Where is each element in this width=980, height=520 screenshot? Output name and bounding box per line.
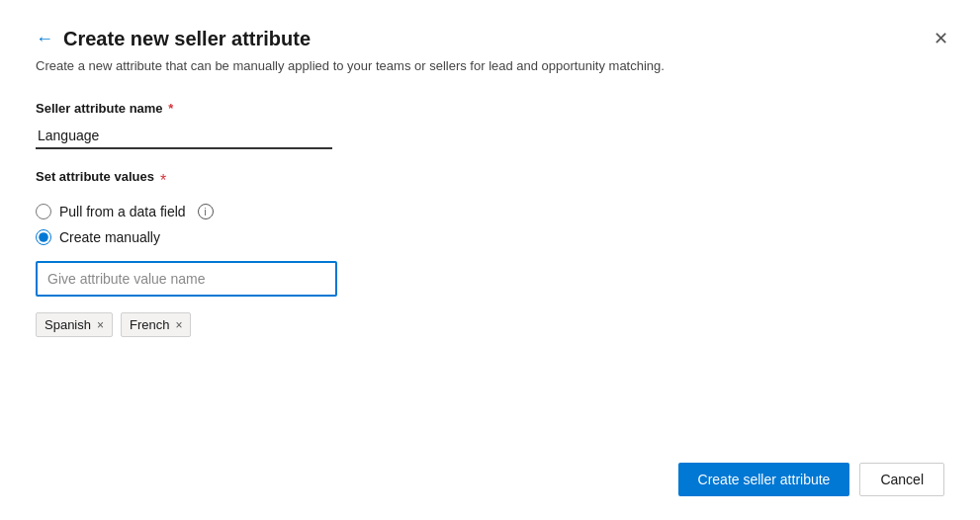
- attribute-value-input[interactable]: [36, 261, 337, 297]
- close-button[interactable]: ✕: [930, 24, 952, 53]
- tag-spanish-remove[interactable]: ×: [97, 319, 104, 331]
- set-attribute-values-label: Set attribute values: [36, 169, 154, 184]
- radio-create-manually[interactable]: [36, 229, 51, 245]
- tag-spanish-label: Spanish: [45, 317, 91, 332]
- info-icon[interactable]: i: [198, 204, 214, 219]
- seller-attribute-name-label: Seller attribute name *: [36, 101, 944, 116]
- back-button[interactable]: ←: [36, 29, 63, 49]
- radio-option-pull-from-data-field[interactable]: Pull from a data field i: [36, 204, 944, 219]
- create-seller-attribute-button[interactable]: Create seller attribute: [678, 463, 850, 496]
- tag-french-label: French: [130, 317, 169, 332]
- dialog-header: ← Create new seller attribute ✕: [36, 28, 944, 50]
- seller-attribute-name-section: Seller attribute name *: [36, 101, 944, 149]
- radio-pull-from-data-field[interactable]: [36, 204, 51, 219]
- set-attribute-values-label-row: Set attribute values *: [36, 169, 944, 192]
- required-indicator-2: *: [160, 172, 166, 190]
- create-seller-attribute-dialog: ← Create new seller attribute ✕ Create a…: [0, 0, 980, 520]
- radio-label-pull: Pull from a data field: [59, 204, 186, 219]
- radio-group: Pull from a data field i Create manually: [36, 204, 944, 245]
- tag-french-remove[interactable]: ×: [175, 319, 182, 331]
- radio-label-manually: Create manually: [59, 229, 160, 245]
- dialog-title: Create new seller attribute: [63, 28, 944, 50]
- tag-french: French ×: [121, 312, 191, 337]
- required-indicator: *: [165, 101, 174, 116]
- dialog-subtitle: Create a new attribute that can be manua…: [36, 58, 944, 73]
- dialog-footer: Create seller attribute Cancel: [36, 447, 944, 496]
- tag-spanish: Spanish ×: [36, 312, 113, 337]
- radio-option-create-manually[interactable]: Create manually: [36, 229, 944, 245]
- tags-container: Spanish × French ×: [36, 312, 944, 337]
- set-attribute-values-section: Set attribute values * Pull from a data …: [36, 169, 944, 337]
- seller-attribute-name-input[interactable]: [36, 124, 332, 149]
- cancel-button[interactable]: Cancel: [859, 463, 944, 496]
